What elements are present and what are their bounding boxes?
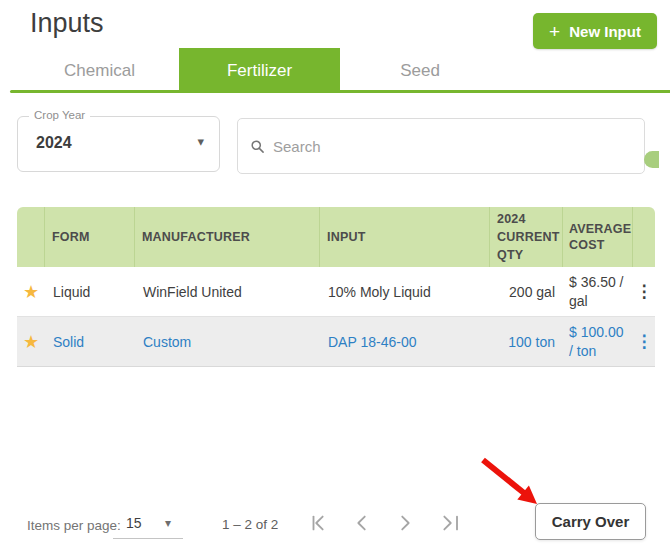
cell-average-cost: $ 100.00 / ton xyxy=(563,323,633,360)
plus-icon: + xyxy=(549,22,560,41)
first-page-icon[interactable] xyxy=(306,510,332,536)
header-form: FORM xyxy=(45,207,135,267)
previous-page-icon[interactable] xyxy=(349,510,375,536)
page-size-value: 15 xyxy=(126,515,142,531)
last-page-icon[interactable] xyxy=(435,510,461,536)
cell-form: Solid xyxy=(45,334,135,350)
header-input: INPUT xyxy=(320,207,490,267)
page-size-select[interactable]: 15 ▾ xyxy=(113,508,183,539)
new-input-button[interactable]: + New Input xyxy=(533,13,657,49)
next-page-icon[interactable] xyxy=(392,510,418,536)
cell-current-qty: 100 ton xyxy=(490,334,563,350)
search-field xyxy=(237,118,645,174)
pagination-range: 1 – 2 of 2 xyxy=(222,517,278,532)
items-per-page-label: Items per page: xyxy=(27,518,121,533)
header-menu-column xyxy=(633,207,655,267)
chevron-down-icon: ▾ xyxy=(197,134,204,149)
table-header-row: FORM MANUFACTURER INPUT 2024 CURRENT QTY… xyxy=(17,207,655,267)
tab-chemical[interactable]: Chemical xyxy=(20,48,179,93)
inputs-table: FORM MANUFACTURER INPUT 2024 CURRENT QTY… xyxy=(17,207,655,367)
search-icon xyxy=(250,139,265,154)
cell-form: Liquid xyxy=(45,284,135,300)
cell-input: 10% Moly Liquid xyxy=(320,284,490,300)
chevron-down-icon: ▾ xyxy=(165,516,171,530)
new-input-button-label: New Input xyxy=(569,23,641,40)
tab-fertilizer[interactable]: Fertilizer xyxy=(179,48,340,93)
crop-year-label: Crop Year xyxy=(29,109,90,121)
carry-over-button[interactable]: Carry Over xyxy=(535,503,646,540)
page-title: Inputs xyxy=(30,8,104,39)
favorite-star-icon[interactable]: ★ xyxy=(23,283,39,301)
row-menu-icon[interactable]: ⋮ xyxy=(636,333,653,350)
pagination-controls xyxy=(306,510,461,536)
tab-underline xyxy=(10,90,670,93)
tab-seed[interactable]: Seed xyxy=(340,48,500,93)
collapsed-side-widget[interactable] xyxy=(644,151,659,168)
header-current-qty: 2024 CURRENT QTY xyxy=(490,207,563,267)
crop-year-select[interactable]: Crop Year 2024 ▾ xyxy=(17,116,220,172)
crop-year-value: 2024 xyxy=(36,134,72,152)
table-row-selected[interactable]: ★ Solid Custom DAP 18-46-00 100 ton $ 10… xyxy=(17,317,655,367)
favorite-star-icon[interactable]: ★ xyxy=(23,333,39,351)
header-manufacturer: MANUFACTURER xyxy=(135,207,320,267)
cell-input: DAP 18-46-00 xyxy=(320,334,490,350)
cell-manufacturer: WinField United xyxy=(135,284,320,300)
row-menu-icon[interactable]: ⋮ xyxy=(636,283,653,300)
header-star-column xyxy=(17,207,45,267)
header-average-cost: AVERAGE COST xyxy=(563,207,633,267)
cell-average-cost: $ 36.50 / gal xyxy=(563,273,633,310)
cell-current-qty: 200 gal xyxy=(490,284,563,300)
table-row[interactable]: ★ Liquid WinField United 10% Moly Liquid… xyxy=(17,267,655,317)
search-input[interactable] xyxy=(271,137,632,156)
cell-manufacturer: Custom xyxy=(135,334,320,350)
